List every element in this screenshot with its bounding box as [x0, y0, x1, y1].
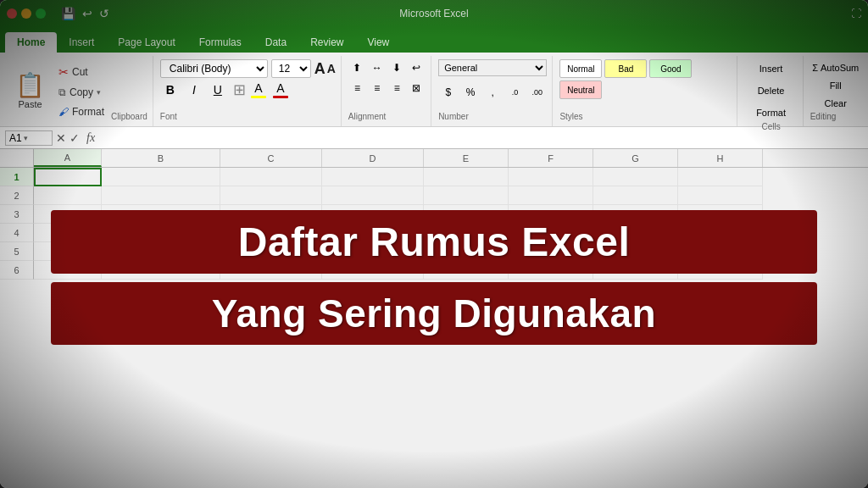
row-num-1[interactable]: 1: [0, 168, 34, 186]
cell-f1[interactable]: [509, 168, 593, 186]
name-box-arrow[interactable]: ▾: [24, 134, 28, 142]
font-color-bar: [273, 96, 288, 98]
autosum-button[interactable]: Σ AutoSum: [810, 59, 861, 77]
minimize-button[interactable]: [21, 8, 31, 19]
align-bottom-button[interactable]: ⬇: [387, 59, 405, 76]
window-controls: [7, 8, 46, 19]
align-right-button[interactable]: ≡: [387, 80, 405, 97]
col-header-e[interactable]: E: [424, 149, 509, 167]
cell-b1[interactable]: [102, 168, 220, 186]
percent-button[interactable]: %: [460, 83, 480, 102]
tab-formulas[interactable]: Formulas: [187, 32, 253, 53]
col-header-c[interactable]: C: [220, 149, 322, 167]
col-header-d[interactable]: D: [322, 149, 424, 167]
tab-home[interactable]: Home: [5, 32, 57, 53]
col-header-b[interactable]: B: [102, 149, 220, 167]
copy-dropdown-arrow[interactable]: ▾: [97, 88, 101, 97]
col-header-h[interactable]: H: [678, 149, 763, 167]
close-button[interactable]: [7, 8, 17, 19]
cell-h2[interactable]: [678, 186, 763, 205]
delete-cells-button[interactable]: Delete: [746, 81, 797, 100]
cell-a2[interactable]: [34, 186, 102, 205]
clipboard-actions: ✂ Cut ⧉ Copy ▾ 🖌 Format: [55, 59, 108, 123]
tab-review[interactable]: Review: [298, 32, 355, 53]
cell-g2[interactable]: [593, 186, 678, 205]
border-btn[interactable]: ⊞: [233, 80, 246, 99]
style-neutral[interactable]: Neutral: [559, 80, 602, 99]
underline-button[interactable]: U: [208, 80, 228, 99]
increase-font-size-button[interactable]: A: [314, 60, 326, 78]
cell-c2[interactable]: [220, 186, 322, 205]
font-row-1: Calibri (Body) 12 A A: [160, 59, 336, 78]
col-header-f[interactable]: F: [509, 149, 593, 167]
cell-a1[interactable]: [34, 168, 102, 186]
format-painter-icon: 🖌: [58, 106, 69, 118]
align-top-button[interactable]: ⬆: [348, 59, 366, 76]
increase-decimal-button[interactable]: .00: [527, 83, 547, 102]
share-icon[interactable]: ⛶: [851, 8, 861, 19]
cancel-formula-icon[interactable]: ✕: [56, 131, 66, 145]
cell-e1[interactable]: [424, 168, 509, 186]
cell-g1[interactable]: [593, 168, 678, 186]
quick-access-toolbar: 💾 ↩ ↺: [61, 7, 109, 20]
tab-view[interactable]: View: [355, 32, 401, 53]
decrease-font-size-button[interactable]: A: [327, 62, 336, 75]
decrease-decimal-button[interactable]: .0: [505, 83, 525, 102]
font-color-button[interactable]: A: [273, 81, 288, 98]
font-section: Calibri (Body) 12 A A B I U ⊞ A: [155, 56, 342, 126]
cell-b2[interactable]: [102, 186, 220, 205]
tab-page-layout[interactable]: Page Layout: [106, 32, 186, 53]
tab-data[interactable]: Data: [253, 32, 298, 53]
copy-label: Copy: [70, 86, 93, 98]
name-box[interactable]: A1 ▾: [5, 130, 53, 146]
col-header-a[interactable]: A: [34, 149, 102, 167]
style-bad[interactable]: Bad: [604, 59, 647, 78]
cut-icon: ✂: [58, 65, 69, 79]
paste-button[interactable]: 📋 Paste: [8, 59, 52, 123]
bold-button[interactable]: B: [160, 80, 181, 99]
cell-h1[interactable]: [678, 168, 763, 186]
wrap-text-button[interactable]: ↩: [408, 59, 426, 76]
title-bar-left: 💾 ↩ ↺: [7, 7, 109, 20]
align-middle-button[interactable]: ↔: [368, 59, 386, 76]
confirm-formula-icon[interactable]: ✓: [70, 131, 80, 145]
highlight-icon: A: [254, 81, 262, 95]
row-num-2[interactable]: 2: [0, 186, 34, 205]
col-header-g[interactable]: G: [593, 149, 678, 167]
font-size-buttons: A A: [314, 60, 336, 78]
maximize-button[interactable]: [36, 8, 46, 19]
cell-d1[interactable]: [322, 168, 424, 186]
save-icon[interactable]: 💾: [61, 7, 75, 20]
clear-button[interactable]: Clear: [810, 94, 861, 112]
align-left-button[interactable]: ≡: [348, 80, 366, 97]
style-normal[interactable]: Normal: [559, 59, 602, 78]
fill-button[interactable]: Fill: [810, 77, 861, 95]
cut-button[interactable]: ✂ Cut: [55, 64, 108, 80]
copy-button[interactable]: ⧉ Copy ▾: [55, 86, 108, 99]
tab-insert[interactable]: Insert: [57, 32, 106, 53]
insert-cells-button[interactable]: Insert: [746, 59, 797, 78]
comma-button[interactable]: ,: [483, 83, 503, 102]
currency-button[interactable]: $: [438, 83, 458, 102]
styles-section-label: Styles: [559, 112, 732, 123]
styles-section: Normal Bad Good Neutral Styles: [554, 56, 737, 126]
cell-f2[interactable]: [509, 186, 593, 205]
font-section-label: Font: [160, 112, 336, 123]
cell-c1[interactable]: [220, 168, 322, 186]
cell-e2[interactable]: [424, 186, 509, 205]
overlay-banner: Daftar Rumus Excel Yang Sering Digunakan: [0, 210, 868, 345]
align-center-button[interactable]: ≡: [368, 80, 386, 97]
merge-center-button[interactable]: ⊠: [408, 80, 426, 97]
italic-button[interactable]: I: [184, 80, 204, 99]
style-good[interactable]: Good: [649, 59, 692, 78]
format-painter-button[interactable]: 🖌 Format: [55, 105, 108, 119]
redo-icon[interactable]: ↺: [99, 7, 109, 20]
undo-icon[interactable]: ↩: [82, 7, 92, 20]
highlight-color-button[interactable]: A: [251, 81, 266, 98]
format-cells-button[interactable]: Format: [746, 103, 797, 122]
font-name-selector[interactable]: Calibri (Body): [160, 59, 268, 78]
number-format-selector[interactable]: General: [438, 59, 547, 76]
font-size-selector[interactable]: 12: [271, 59, 311, 78]
cell-d2[interactable]: [322, 186, 424, 205]
font-color-icon: A: [276, 81, 284, 95]
